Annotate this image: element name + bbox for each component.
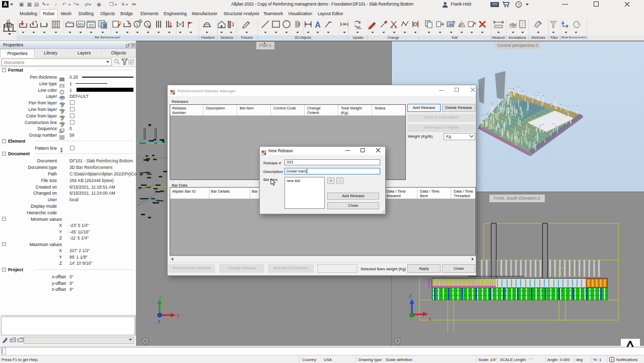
svg-text:Y: Y <box>409 318 412 323</box>
svg-text:X: X <box>428 317 432 322</box>
svg-text:Z: Z <box>409 293 412 298</box>
